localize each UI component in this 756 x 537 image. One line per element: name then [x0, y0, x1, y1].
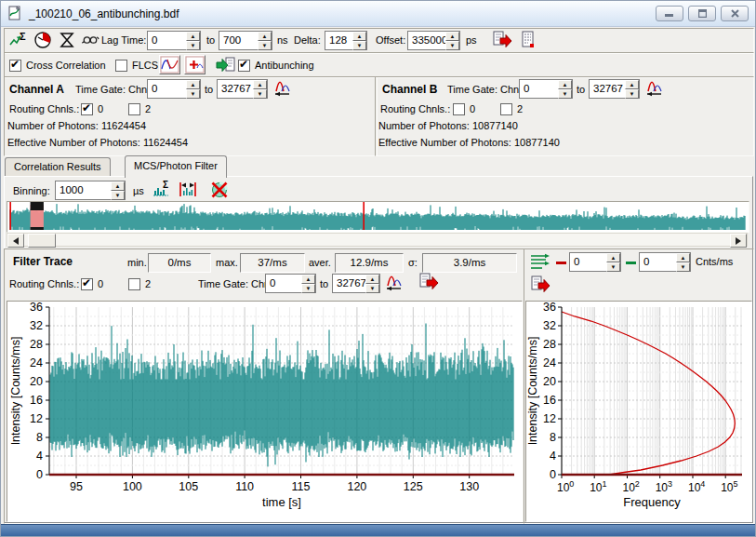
upper-level-value[interactable]: 0: [640, 253, 676, 271]
filter-trace-title: Filter Trace: [13, 252, 73, 271]
scrollbar-thumb[interactable]: [28, 234, 56, 248]
offset-spinner[interactable]: 335000 ▲▼: [407, 31, 460, 50]
lag-from-spinner[interactable]: 0 ▲▼: [147, 31, 201, 50]
lag-to-spin-buttons[interactable]: ▲▼: [258, 32, 272, 49]
channel-b-gate-from-spinner[interactable]: 0 ▲▼: [519, 79, 573, 99]
export-ascii-icon[interactable]: [518, 30, 538, 50]
restore-button[interactable]: [688, 6, 716, 21]
levels-unit-label: Cnts/ms: [696, 252, 733, 271]
overview-trace-panel[interactable]: [7, 201, 749, 233]
lower-level-value[interactable]: 0: [570, 253, 606, 271]
channel-a-routing-2-box[interactable]: [128, 103, 140, 115]
delta-value[interactable]: 128: [325, 32, 352, 49]
upper-level-spinner[interactable]: 0 ▲▼: [639, 252, 691, 272]
channel-b-gate-to-spin-buttons[interactable]: ▲▼: [625, 80, 639, 98]
channel-b-routing-2-checkbox[interactable]: 2: [500, 101, 523, 116]
channel-a-gate-to-value[interactable]: 32767: [218, 80, 253, 98]
antibunching-checkbox[interactable]: Antibunching: [238, 58, 314, 73]
titlebar[interactable]: _100210_06_antibunching.bdf: [1, 1, 755, 27]
channel-b-gate-to-value[interactable]: 32767: [590, 80, 625, 98]
minimize-button[interactable]: [656, 6, 683, 21]
channel-a-routing-0-box[interactable]: [81, 103, 93, 115]
delta-spin-buttons[interactable]: ▲▼: [352, 32, 366, 49]
channel-b-routing-0-box[interactable]: [453, 103, 465, 115]
flcs-checkbox[interactable]: FLCS: [115, 58, 158, 73]
filter-routing-0-box[interactable]: [81, 278, 93, 290]
binning-value[interactable]: 1000: [56, 181, 111, 199]
cross-correlation-checkbox[interactable]: Cross Correlation: [9, 58, 106, 73]
close-button[interactable]: [721, 6, 749, 21]
binning-spinner[interactable]: 1000 ▲▼: [55, 181, 126, 200]
channel-a-gate-to-spin-buttons[interactable]: ▲▼: [253, 80, 267, 98]
svg-text:130: 130: [459, 480, 479, 493]
hourglass-icon[interactable]: [57, 30, 77, 50]
channel-a-routing-0-checkbox[interactable]: 0: [81, 101, 103, 116]
lag-from-value[interactable]: 0: [148, 32, 186, 49]
offset-spin-buttons[interactable]: ▲▼: [445, 32, 459, 49]
offset-value[interactable]: 335000: [408, 32, 445, 49]
binning-spin-buttons[interactable]: ▲▼: [111, 181, 125, 199]
binning-unit-label: µs: [133, 181, 144, 200]
lag-from-spin-buttons[interactable]: ▲▼: [186, 32, 200, 49]
flcs-add-pattern-icon[interactable]: [184, 55, 206, 74]
filter-timegate-histogram-icon[interactable]: [384, 272, 405, 292]
channel-a-gate-from-spin-buttons[interactable]: ▲▼: [186, 80, 200, 98]
filter-routing-2-checkbox[interactable]: 2: [128, 276, 151, 291]
svg-text:16: 16: [30, 394, 43, 407]
lower-level-spin-buttons[interactable]: ▲▼: [606, 253, 620, 271]
correlate-sum-icon[interactable]: Σ: [8, 30, 29, 50]
channel-b-gate-to-label: to: [577, 80, 585, 99]
correlation-curve-icon[interactable]: [80, 32, 100, 52]
lower-level-spinner[interactable]: 0 ▲▼: [569, 252, 621, 272]
mcs-sum-icon[interactable]: Σ: [152, 180, 172, 200]
delta-label: Delta:: [294, 31, 321, 49]
cross-correlation-checkbox-box[interactable]: [9, 60, 21, 72]
channel-b-routing-0-checkbox[interactable]: 0: [453, 101, 475, 116]
channel-b-gate-from-spin-buttons[interactable]: ▲▼: [558, 80, 572, 98]
histogram-export-icon[interactable]: [529, 275, 550, 295]
channel-b-routing-2-box[interactable]: [500, 103, 512, 115]
filter-gate-from-value[interactable]: 0: [266, 275, 301, 292]
flcs-pattern-icon[interactable]: [159, 55, 180, 74]
filter-gate-from-spin-buttons[interactable]: ▲▼: [301, 275, 315, 292]
channel-b-gate-to-spinner[interactable]: 32767 ▲▼: [589, 79, 640, 99]
marker-levels-icon[interactable]: [529, 251, 551, 272]
filter-gate-to-spin-buttons[interactable]: ▲▼: [365, 275, 379, 292]
filter-gate-from-spinner[interactable]: 0 ▲▼: [265, 274, 316, 293]
filter-gate-to-value[interactable]: 32767: [333, 275, 365, 292]
svg-text:36: 36: [30, 302, 43, 314]
overview-scrollbar[interactable]: [7, 233, 748, 247]
assign-pattern-icon[interactable]: [215, 55, 235, 75]
antibunching-checkbox-box[interactable]: [238, 60, 250, 72]
scrollbar-right-arrow[interactable]: [730, 234, 747, 248]
tab-mcs-photon-filter[interactable]: MCS/Photon Filter: [125, 155, 227, 178]
export-report-icon[interactable]: [491, 30, 511, 50]
tab-correlation-results[interactable]: Correlation Results: [5, 157, 111, 177]
filter-routing-2-box[interactable]: [128, 278, 140, 290]
clear-filter-icon[interactable]: [209, 180, 230, 200]
aver-label: aver.: [309, 253, 331, 272]
svg-text:4: 4: [550, 450, 556, 463]
channel-b-timegate-histogram-icon[interactable]: [644, 77, 665, 98]
flcs-checkbox-box[interactable]: [115, 60, 127, 72]
channel-a-timegate-histogram-icon[interactable]: [272, 77, 293, 98]
channel-a-gate-from-spinner[interactable]: 0 ▲▼: [147, 79, 201, 99]
channel-a-gate-from-value[interactable]: 0: [148, 80, 186, 98]
channel-a-routing-2-checkbox[interactable]: 2: [128, 101, 151, 116]
channel-b-gate-from-value[interactable]: 0: [520, 80, 558, 98]
time-window-clock-icon[interactable]: [33, 30, 53, 50]
filter-export-icon[interactable]: [418, 272, 438, 292]
overview-trace-chart[interactable]: [7, 202, 747, 230]
filter-routing-0-checkbox[interactable]: 0: [81, 276, 103, 291]
lag-to-value[interactable]: 700: [219, 32, 258, 49]
channel-a-gate-to-spinner[interactable]: 32767 ▲▼: [217, 79, 268, 99]
full-range-icon[interactable]: [178, 180, 198, 200]
svg-text:24: 24: [30, 356, 43, 369]
filter-gate-to-spinner[interactable]: 32767 ▲▼: [332, 274, 380, 293]
svg-text:32: 32: [30, 319, 43, 332]
delta-spinner[interactable]: 128 ▲▼: [325, 31, 367, 50]
lag-to-spinner[interactable]: 700 ▲▼: [219, 31, 272, 50]
scrollbar-left-arrow[interactable]: [7, 234, 24, 248]
upper-level-spin-buttons[interactable]: ▲▼: [676, 253, 690, 271]
upper-level-color-swatch: [626, 262, 636, 264]
